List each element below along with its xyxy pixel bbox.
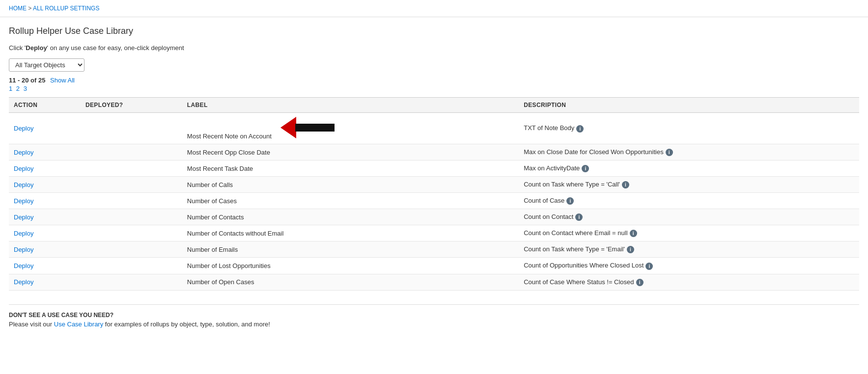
table-row: DeployNumber of CasesCount of Casei — [9, 193, 859, 209]
action-cell: Deploy — [9, 193, 81, 209]
action-cell: Deploy — [9, 113, 81, 144]
description-text: TXT of Note Body — [524, 124, 574, 132]
deploy-link[interactable]: Deploy — [14, 246, 33, 253]
description-text: Count on Task where Type = 'Call' — [524, 181, 620, 188]
breadcrumb-current[interactable]: ALL ROLLUP SETTINGS — [33, 5, 99, 12]
deployed-cell — [81, 258, 182, 274]
info-icon[interactable]: i — [630, 230, 637, 237]
table-row: DeployMost Recent Note on AccountTXT of … — [9, 113, 859, 144]
info-icon[interactable]: i — [666, 149, 673, 156]
table-row: DeployNumber of EmailsCount on Task wher… — [9, 241, 859, 258]
label-cell: Most Recent Note on Account — [182, 113, 519, 144]
info-icon[interactable]: i — [636, 279, 644, 286]
arrow-shaft — [295, 124, 335, 132]
footer-text-prefix: Please visit our — [9, 321, 54, 328]
table-row: DeployNumber of Open CasesCount of Case … — [9, 274, 859, 290]
action-cell: Deploy — [9, 274, 81, 290]
breadcrumb-separator: > — [28, 5, 31, 12]
label-text: Most Recent Task Date — [187, 165, 253, 172]
label-text: Number of Emails — [187, 246, 238, 253]
info-icon[interactable]: i — [622, 181, 629, 188]
description-text: Max on ActivityDate — [524, 164, 580, 172]
label-cell: Number of Open Cases — [182, 274, 519, 290]
description-cell: Count of Casei — [519, 193, 859, 209]
description-text: Count on Contact — [524, 213, 573, 220]
label-cell: Number of Contacts without Email — [182, 225, 519, 241]
info-icon[interactable]: i — [575, 214, 583, 221]
table-row: DeployMost Recent Task DateMax on Activi… — [9, 160, 859, 177]
main-content: Rollup Helper Use Case Library Click 'De… — [0, 17, 868, 343]
footer-text: Please visit our Use Case Library for ex… — [9, 321, 859, 328]
description-cell: Count on Contact where Email = nulli — [519, 225, 859, 241]
description-cell: TXT of Note Bodyi — [519, 113, 859, 144]
description-text: Count on Contact where Email = null — [524, 229, 627, 237]
deploy-link[interactable]: Deploy — [14, 278, 33, 286]
footer-note: DON'T SEE A USE CASE YOU NEED? Please vi… — [9, 304, 859, 328]
target-objects-filter[interactable]: All Target Objects — [9, 58, 84, 72]
info-icon[interactable]: i — [576, 125, 584, 133]
deployed-cell — [81, 144, 182, 160]
table-row: DeployMost Recent Opp Close DateMax on C… — [9, 144, 859, 160]
deploy-link[interactable]: Deploy — [14, 230, 33, 237]
deploy-link[interactable]: Deploy — [14, 262, 33, 269]
breadcrumb-home[interactable]: HOME — [9, 5, 27, 12]
use-case-library-link[interactable]: Use Case Library — [54, 321, 103, 328]
table-row: DeployNumber of ContactsCount on Contact… — [9, 209, 859, 225]
label-text: Number of Lost Opportunities — [187, 262, 271, 269]
label-cell: Number of Cases — [182, 193, 519, 209]
page-2-link[interactable]: 2 — [16, 85, 20, 92]
col-label: LABEL — [182, 98, 519, 113]
label-text: Most Recent Note on Account — [187, 133, 272, 140]
table-header-row: ACTION DEPLOYED? LABEL DESCRIPTION — [9, 98, 859, 113]
pagination-info: 11 - 20 of 25 Show All — [9, 77, 859, 84]
arrow-head — [280, 117, 296, 138]
instruction-suffix: ' on any use case for easy, one-click de… — [47, 44, 184, 52]
label-text: Number of Open Cases — [187, 278, 254, 286]
deployed-cell — [81, 225, 182, 241]
info-icon[interactable]: i — [582, 165, 589, 172]
action-cell: Deploy — [9, 177, 81, 193]
description-cell: Max on Close Date for Closed Won Opportu… — [519, 144, 859, 160]
label-cell: Most Recent Opp Close Date — [182, 144, 519, 160]
show-all-link[interactable]: Show All — [50, 77, 75, 84]
col-deployed: DEPLOYED? — [81, 98, 182, 113]
description-cell: Count on Task where Type = 'Call'i — [519, 177, 859, 193]
label-text: Number of Calls — [187, 181, 233, 188]
description-cell: Max on ActivityDatei — [519, 160, 859, 177]
label-text: Number of Contacts without Email — [187, 230, 284, 237]
description-text: Count of Opportunities Where Closed Lost — [524, 262, 644, 269]
deploy-link[interactable]: Deploy — [14, 165, 33, 172]
deploy-link[interactable]: Deploy — [14, 149, 33, 156]
deployed-cell — [81, 193, 182, 209]
instruction-prefix: Click ' — [9, 44, 26, 52]
description-cell: Count of Opportunities Where Closed Lost… — [519, 258, 859, 274]
deploy-link[interactable]: Deploy — [14, 197, 33, 205]
page-1-link[interactable]: 1 — [9, 85, 12, 92]
description-cell: Count of Case Where Status != Closedi — [519, 274, 859, 290]
deployed-cell — [81, 241, 182, 258]
label-cell: Number of Lost Opportunities — [182, 258, 519, 274]
deployed-cell — [81, 113, 182, 144]
description-cell: Count on Task where Type = 'Email'i — [519, 241, 859, 258]
action-cell: Deploy — [9, 225, 81, 241]
pagination-range: 11 - 20 of 25 — [9, 77, 45, 84]
use-case-table: ACTION DEPLOYED? LABEL DESCRIPTION Deplo… — [9, 97, 859, 291]
action-cell: Deploy — [9, 258, 81, 274]
page-title: Rollup Helper Use Case Library — [9, 26, 859, 36]
deploy-link[interactable]: Deploy — [14, 214, 33, 221]
footer-dont-see: DON'T SEE A USE CASE YOU NEED? — [9, 312, 859, 319]
deployed-cell — [81, 160, 182, 177]
deploy-link[interactable]: Deploy — [14, 181, 33, 188]
arrow-indicator — [280, 117, 335, 138]
label-cell: Number of Calls — [182, 177, 519, 193]
info-icon[interactable]: i — [627, 246, 634, 253]
info-icon[interactable]: i — [566, 197, 574, 205]
info-icon[interactable]: i — [645, 263, 653, 270]
page-3-link[interactable]: 3 — [24, 85, 27, 92]
action-cell: Deploy — [9, 160, 81, 177]
description-text: Count of Case Where Status != Closed — [524, 278, 634, 286]
deploy-link[interactable]: Deploy — [14, 125, 33, 132]
filter-row: All Target Objects — [9, 58, 859, 72]
label-cell: Number of Emails — [182, 241, 519, 258]
table-row: DeployNumber of Lost OpportunitiesCount … — [9, 258, 859, 274]
